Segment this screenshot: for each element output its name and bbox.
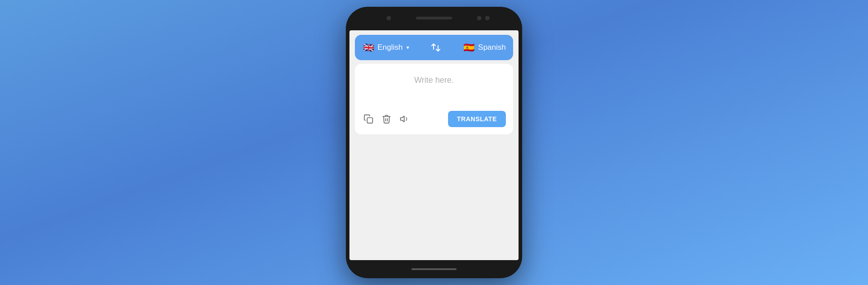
svg-rect-0 <box>367 118 373 123</box>
camera-left <box>387 16 391 20</box>
camera-right2 <box>485 16 490 20</box>
phone-screen: 🇬🇧 English ▾ 🇪🇸 Spanish Write here. <box>349 30 519 260</box>
source-language-name: English <box>377 43 403 52</box>
target-flag: 🇪🇸 <box>463 41 476 54</box>
phone-bottom-bar <box>346 260 522 278</box>
input-area: Write here. <box>355 64 513 134</box>
phone-top-bar <box>346 7 522 30</box>
language-bar: 🇬🇧 English ▾ 🇪🇸 Spanish <box>355 35 513 60</box>
svg-marker-1 <box>401 116 404 122</box>
source-language-selector[interactable]: 🇬🇧 English ▾ <box>362 41 409 54</box>
camera-right <box>477 16 481 20</box>
phone-frame: 🇬🇧 English ▾ 🇪🇸 Spanish Write here. <box>346 7 522 278</box>
input-placeholder: Write here. <box>414 76 454 85</box>
input-actions: TRANSLATE <box>362 107 506 127</box>
source-flag: 🇬🇧 <box>362 41 375 54</box>
target-language-name: Spanish <box>478 43 506 52</box>
home-indicator <box>411 268 457 270</box>
phone-speaker <box>416 17 452 19</box>
text-input-zone[interactable]: Write here. <box>362 71 506 107</box>
swap-languages-button[interactable] <box>430 42 441 53</box>
target-language-selector[interactable]: 🇪🇸 Spanish <box>463 41 506 54</box>
output-area <box>355 138 513 256</box>
volume-button[interactable] <box>398 113 411 125</box>
copy-button[interactable] <box>362 113 375 125</box>
delete-button[interactable] <box>380 113 393 125</box>
chevron-down-icon: ▾ <box>406 44 409 51</box>
action-icons-group <box>362 113 411 125</box>
translate-button[interactable]: TRANSLATE <box>448 111 506 127</box>
